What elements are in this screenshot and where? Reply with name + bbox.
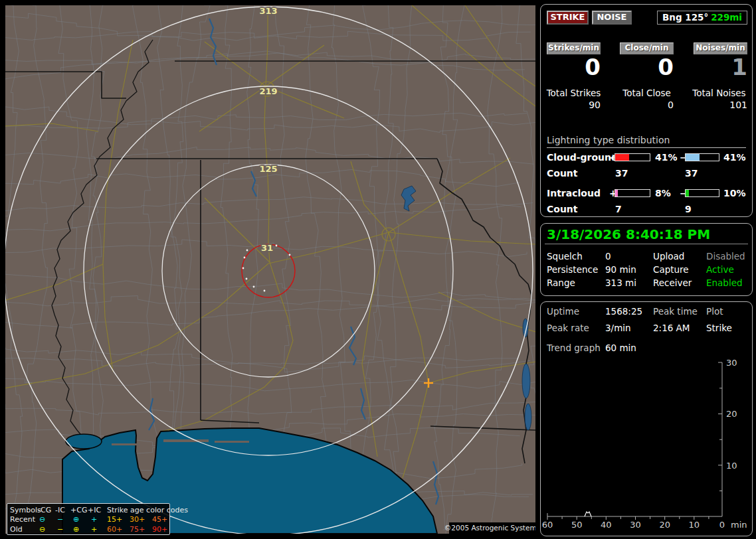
- counters-panel: STRIKE NOISE Bng 125° 229mi Strikes/min …: [540, 4, 753, 217]
- symbol-legend: Symbols -CG -IC +CG +IC Strike age color…: [7, 503, 170, 535]
- old-neg-cg-icon: ⊖: [39, 524, 45, 534]
- count-label: Count: [547, 204, 578, 214]
- recent-neg-ic-icon: −: [57, 514, 63, 524]
- ring-label-31: 31: [261, 243, 273, 253]
- noises-per-min-chip[interactable]: Noises/min: [694, 42, 747, 54]
- squelch-value: 0: [605, 251, 611, 262]
- x-axis-unit: min: [731, 520, 747, 530]
- persistence-value: 90 min: [605, 264, 636, 275]
- intracloud-count-row: Count 7 9: [541, 204, 752, 214]
- old-pos-cg-icon: ⊕: [73, 524, 79, 534]
- capture-status: Active: [706, 264, 734, 275]
- lightning-map[interactable]: 313 219 125 31 ©2005 Astrogenic Systems: [5, 5, 535, 534]
- recent-pos-ic-icon: +: [91, 514, 97, 524]
- age-75: 75+: [130, 524, 145, 534]
- status-row: Range 313 mi Receiver Enabled: [541, 277, 752, 289]
- status-row: Squelch 0 Upload Disabled: [541, 251, 752, 262]
- legend-age-title: Strike age color codes: [107, 505, 188, 515]
- range-label: Range: [547, 277, 575, 288]
- plot-label: Plot: [706, 306, 723, 317]
- trend-spike: [585, 512, 591, 516]
- ic-plus-count: 7: [615, 204, 622, 214]
- uptime-label: Uptime: [547, 306, 579, 317]
- upload-status: Disabled: [706, 251, 745, 262]
- total-close-value: 0: [620, 100, 674, 110]
- ic-plus-pct: 8%: [655, 188, 671, 198]
- receiver-label: Receiver: [653, 277, 692, 288]
- intracloud-row: Intracloud + 8% − 10%: [541, 188, 752, 198]
- trend-graph: 30 20 10 60 50 40 30 20 10 0 min: [541, 348, 752, 536]
- receiver-status: Enabled: [706, 277, 743, 288]
- x-tick-10: 10: [689, 520, 700, 530]
- strike-button[interactable]: STRIKE: [547, 11, 589, 25]
- cloud-ground-row: Cloud-ground + 41% − 41%: [541, 152, 752, 163]
- total-close-label: Total Close: [614, 88, 680, 98]
- total-strikes-label: Total Strikes: [541, 88, 607, 98]
- cg-minus-count: 37: [685, 168, 698, 179]
- ring-label-125: 125: [259, 164, 277, 174]
- x-tick-50: 50: [571, 520, 583, 530]
- age-60: 60+: [107, 524, 122, 534]
- cloud-ground-count-row: Count 37 37: [541, 168, 752, 179]
- close-per-min-value: 0: [620, 54, 674, 80]
- squelch-label: Squelch: [547, 251, 583, 262]
- noise-button[interactable]: NOISE: [592, 11, 632, 25]
- peak-time-value: 2:16 AM: [653, 323, 690, 333]
- cg-minus-bar: [685, 153, 719, 161]
- ring-label-313: 313: [259, 6, 277, 16]
- age-90: 90+: [152, 524, 167, 534]
- stats-row: Uptime 1568:25 Peak time Plot: [541, 306, 752, 317]
- stats-panel: Uptime 1568:25 Peak time Plot Peak rate …: [540, 301, 753, 536]
- legend-symbols-title: Symbols: [10, 505, 41, 515]
- cg-plus-count: 37: [615, 168, 628, 179]
- cg-plus-bar: [614, 153, 650, 161]
- x-tick-30: 30: [630, 520, 641, 530]
- total-strikes-value: 90: [547, 100, 601, 110]
- uptime-value: 1568:25: [605, 306, 642, 317]
- ic-plus-bar: [614, 189, 650, 197]
- cloud-ground-label: Cloud-ground: [547, 152, 618, 163]
- map-canvas[interactable]: 313 219 125 31 ©2005 Astrogenic Systems: [5, 5, 535, 534]
- x-tick-0: 0: [719, 520, 725, 530]
- recent-pos-cg-icon: ⊕: [73, 514, 79, 524]
- y-tick-10: 10: [726, 461, 737, 471]
- peak-rate-label: Peak rate: [547, 323, 589, 333]
- app-window: 313 219 125 31 ©2005 Astrogenic Systems: [0, 0, 756, 539]
- bearing-readout: Bng 125° 229mi: [657, 11, 747, 25]
- legend-col-pos-cg: +CG: [70, 505, 87, 515]
- persistence-label: Persistence: [547, 264, 598, 275]
- bearing-value: Bng 125°: [662, 12, 708, 24]
- total-noises-label: Total Noises: [686, 88, 752, 98]
- old-pos-ic-icon: +: [91, 524, 97, 534]
- count-label: Count: [547, 168, 578, 179]
- age-15: 15+: [107, 514, 122, 524]
- stats-row: Peak rate 3/min 2:16 AM Strike: [541, 323, 752, 334]
- capture-label: Capture: [653, 264, 689, 275]
- legend-col-neg-cg: -CG: [38, 505, 51, 515]
- total-noises-value: 101: [694, 100, 747, 110]
- status-row: Persistence 90 min Capture Active: [541, 264, 752, 275]
- strikes-per-min-value: 0: [547, 54, 601, 80]
- upload-label: Upload: [653, 251, 684, 262]
- distance-value: 229mi: [711, 12, 742, 24]
- distribution-title: Lightning type distribution: [547, 135, 746, 148]
- age-30: 30+: [130, 514, 145, 524]
- ic-minus-pct: 10%: [723, 188, 746, 198]
- ic-minus-bar: [685, 189, 719, 197]
- age-45: 45+: [152, 514, 167, 524]
- peak-rate-value: 3/min: [605, 323, 631, 333]
- cg-plus-pct: 41%: [655, 152, 678, 163]
- plot-mode-value: Strike: [706, 323, 732, 333]
- range-value: 313 mi: [605, 277, 636, 288]
- ic-minus-count: 9: [685, 204, 692, 214]
- old-neg-ic-icon: −: [57, 524, 63, 534]
- x-tick-60: 60: [542, 520, 553, 530]
- recent-neg-cg-icon: ⊖: [39, 514, 45, 524]
- separator: [545, 244, 748, 244]
- cg-minus-pct: 41%: [723, 152, 746, 163]
- strikes-per-min-chip[interactable]: Strikes/min: [547, 42, 601, 54]
- close-per-min-chip[interactable]: Close/min: [620, 42, 674, 54]
- copyright-bar: ©2005 Astrogenic Systems: [444, 522, 535, 534]
- copyright-text: ©2005 Astrogenic Systems: [444, 524, 535, 532]
- status-panel: 3/18/2026 8:40:18 PM Squelch 0 Upload Di…: [540, 223, 753, 296]
